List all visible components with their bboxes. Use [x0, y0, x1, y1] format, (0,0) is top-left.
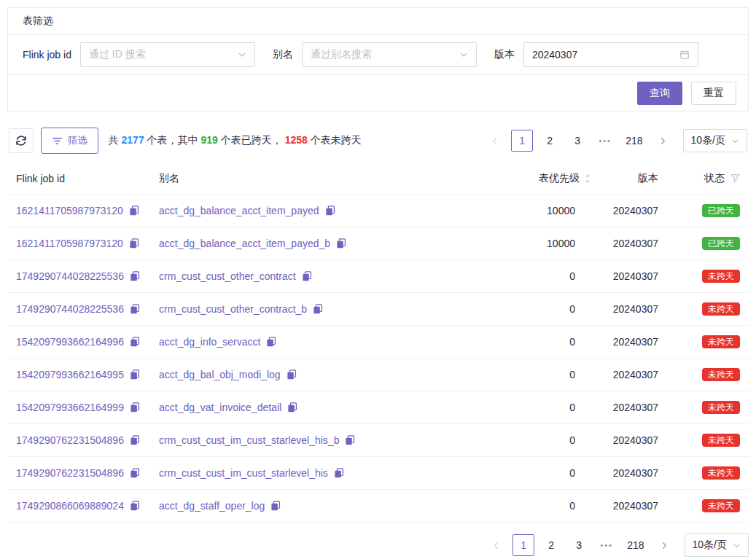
- copy-icon[interactable]: [130, 370, 140, 380]
- filter-button[interactable]: 筛选: [41, 128, 98, 154]
- alias-link[interactable]: acct_dg_vat_invoice_detail: [159, 402, 281, 413]
- table-row: 1621411705987973120 acct_dg_balance_acct…: [7, 195, 749, 227]
- copy-icon[interactable]: [325, 206, 335, 216]
- page-button-3[interactable]: 3: [568, 534, 590, 556]
- version-cell: 20240307: [591, 369, 658, 380]
- job-id-link[interactable]: 1749290744028225536: [16, 303, 124, 315]
- page-button-2[interactable]: 2: [540, 534, 562, 556]
- job-id-link[interactable]: 1542097993662164999: [16, 402, 124, 413]
- table-toolbar: 筛选 共 2177 个表，其中 919 个表已跨天， 1258 个表未跨天 12…: [9, 128, 747, 154]
- status-badge: 已跨天: [702, 237, 740, 250]
- table-summary: 共 2177 个表，其中 919 个表已跨天， 1258 个表未跨天: [109, 134, 362, 147]
- status-cell: 未跨天: [658, 466, 740, 480]
- alias-link[interactable]: crm_cust_cust_other_contract_b: [159, 303, 307, 315]
- page-size-value: 10条/页: [691, 134, 725, 147]
- page-button-1[interactable]: 1: [511, 130, 533, 152]
- filter-funnel-icon[interactable]: [730, 173, 740, 183]
- copy-icon[interactable]: [287, 370, 297, 380]
- version-cell: 20240307: [591, 238, 658, 249]
- copy-icon[interactable]: [130, 271, 140, 281]
- reset-button[interactable]: 重置: [691, 82, 736, 105]
- copy-icon[interactable]: [130, 435, 140, 445]
- copy-icon[interactable]: [334, 468, 344, 478]
- job-id-link[interactable]: 1749290762231504896: [16, 434, 124, 446]
- copy-icon[interactable]: [270, 501, 281, 511]
- job-id-link[interactable]: 1749290762231504896: [16, 467, 124, 479]
- column-header-priority[interactable]: 表优先级: [482, 172, 591, 185]
- status-badge: 未跨天: [702, 270, 740, 283]
- copy-icon[interactable]: [345, 435, 355, 445]
- version-value: 20240307: [532, 49, 679, 60]
- status-cell: 未跨天: [658, 368, 740, 381]
- version-cell: 20240307: [591, 402, 658, 413]
- job-id-link[interactable]: 1621411705987973120: [16, 205, 123, 216]
- version-cell: 20240307: [591, 303, 658, 315]
- filter-lines-icon: [52, 136, 63, 146]
- copy-icon[interactable]: [302, 271, 312, 281]
- page-button-3[interactable]: 3: [566, 130, 588, 152]
- page-button-2[interactable]: 2: [539, 130, 561, 152]
- alias-link[interactable]: acct_dg_info_servacct: [159, 336, 260, 348]
- table-row: 1542097993662164999 acct_dg_vat_invoice_…: [7, 391, 749, 424]
- status-badge: 未跨天: [702, 335, 740, 348]
- page-button-1[interactable]: 1: [513, 534, 534, 556]
- version-cell: 20240307: [591, 336, 658, 348]
- flink-job-id-select[interactable]: 通过 ID 搜索: [80, 42, 255, 67]
- calendar-icon: [679, 50, 690, 60]
- column-header-alias: 别名: [159, 172, 482, 185]
- copy-icon[interactable]: [130, 337, 140, 347]
- priority-cell: 0: [482, 336, 591, 348]
- prev-page-button[interactable]: [485, 534, 507, 556]
- job-id-cell: 1542097993662164996: [16, 336, 159, 348]
- table-row: 1542097993662164995 acct_dg_bal_obj_modi…: [7, 359, 749, 391]
- version-date-input[interactable]: 20240307: [523, 42, 698, 67]
- copy-icon[interactable]: [313, 304, 323, 314]
- alias-cell: crm_cust_cust_other_contract_b: [159, 303, 482, 315]
- job-id-link[interactable]: 1749290744028225536: [16, 270, 124, 282]
- alias-cell: acct_dg_bal_obj_modi_log: [159, 369, 482, 380]
- page-button-218[interactable]: 218: [622, 130, 646, 152]
- copy-icon[interactable]: [130, 402, 140, 413]
- job-id-cell: 1749290762231504896: [16, 434, 159, 446]
- flink-job-id-label: Flink job id: [23, 49, 71, 60]
- sorter-icon[interactable]: [584, 173, 591, 184]
- page-button-218[interactable]: 218: [623, 534, 647, 556]
- status-badge: 未跨天: [702, 434, 740, 447]
- summary-text: 个表已跨天，: [218, 134, 285, 146]
- page-size-select[interactable]: 10条/页: [685, 533, 749, 557]
- alias-link[interactable]: crm_cust_cust_other_contract: [159, 270, 296, 282]
- next-page-button[interactable]: [652, 130, 674, 152]
- prev-page-button[interactable]: [483, 130, 505, 152]
- copy-icon[interactable]: [129, 206, 139, 216]
- query-button[interactable]: 查询: [637, 82, 682, 105]
- job-id-link[interactable]: 1621411705987973120: [16, 238, 123, 249]
- copy-icon[interactable]: [266, 337, 276, 347]
- copy-icon[interactable]: [130, 468, 140, 478]
- alias-link[interactable]: crm_cust_cust_im_cust_starlevel_his: [159, 467, 328, 479]
- refresh-button[interactable]: [9, 128, 34, 153]
- alias-link[interactable]: acct_dg_balance_acct_item_payed_b: [159, 238, 330, 249]
- job-id-link[interactable]: 1542097993662164995: [16, 369, 124, 380]
- alias-link[interactable]: crm_cust_cust_im_cust_starlevel_his_b: [159, 434, 339, 446]
- alias-link[interactable]: acct_dg_staff_oper_log: [159, 500, 265, 512]
- column-header-priority-label: 表优先级: [539, 172, 580, 185]
- priority-cell: 10000: [482, 238, 591, 249]
- table-row: 1621411705987973120 acct_dg_balance_acct…: [7, 227, 749, 260]
- job-id-link[interactable]: 1749290866069889024: [16, 500, 124, 512]
- copy-icon[interactable]: [287, 402, 297, 413]
- copy-icon[interactable]: [130, 501, 140, 511]
- copy-icon[interactable]: [129, 238, 139, 249]
- pagination-bottom-wrap: 123•••21810条/页: [7, 533, 749, 557]
- copy-icon[interactable]: [130, 304, 140, 314]
- priority-cell: 0: [482, 303, 591, 315]
- page-size-select[interactable]: 10条/页: [683, 129, 747, 152]
- table-row: 1542097993662164996 acct_dg_info_servacc…: [7, 326, 749, 359]
- column-header-status-label: 状态: [704, 172, 725, 185]
- job-id-link[interactable]: 1542097993662164996: [16, 336, 124, 348]
- alias-select[interactable]: 通过别名搜索: [302, 42, 477, 67]
- next-page-button[interactable]: [654, 534, 676, 556]
- alias-link[interactable]: acct_dg_balance_acct_item_payed: [159, 205, 319, 216]
- alias-link[interactable]: acct_dg_bal_obj_modi_log: [159, 369, 281, 380]
- copy-icon[interactable]: [336, 238, 346, 249]
- table-row: 1749290762231504896 crm_cust_cust_im_cus…: [7, 424, 749, 457]
